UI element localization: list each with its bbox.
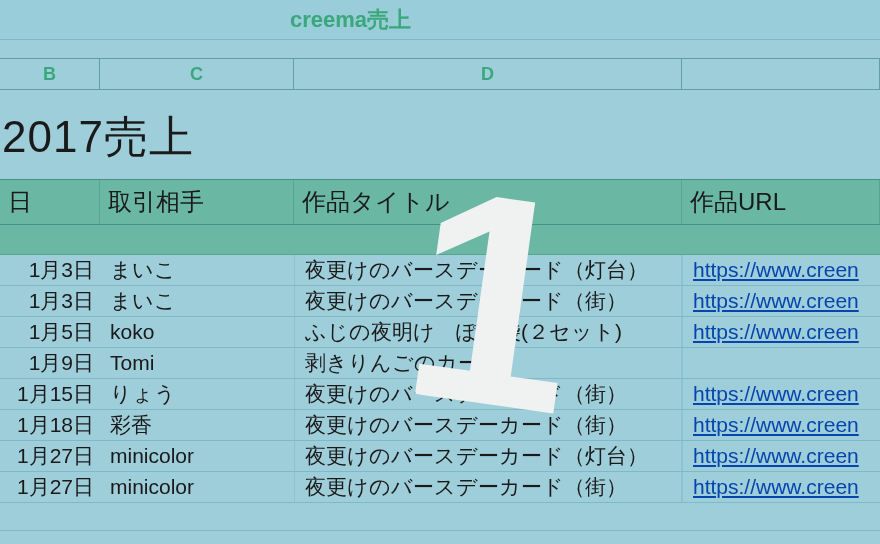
cell-partner[interactable]: minicolor [100, 441, 294, 471]
cell-url[interactable]: https://www.creen [682, 255, 880, 285]
cell-url[interactable] [682, 348, 880, 378]
cell-url[interactable]: https://www.creen [682, 317, 880, 347]
column-headers: B C D [0, 58, 880, 90]
sheet-tab-bar: creema売上 [0, 0, 880, 40]
cell-date[interactable]: 1月27日 [0, 441, 100, 471]
cell-date[interactable]: 1月3日 [0, 255, 100, 285]
cell-url[interactable]: https://www.creen [682, 379, 880, 409]
cell-work-title[interactable]: 夜更けのバースデーカード（灯台） [294, 255, 682, 285]
cell-partner[interactable]: Tomi [100, 348, 294, 378]
url-link[interactable]: https://www.creen [693, 289, 859, 312]
column-header-e[interactable] [682, 59, 880, 89]
cell-date[interactable]: 1月9日 [0, 348, 100, 378]
table-row[interactable]: 1月27日minicolor夜更けのバースデーカード（街）https://www… [0, 472, 880, 503]
cell-work-title[interactable]: 夜更けのバースデーカード（灯台） [294, 441, 682, 471]
cell-partner[interactable]: koko [100, 317, 294, 347]
table-row[interactable]: 1月9日Tomi剥きりんごのカード [0, 348, 880, 379]
cell-work-title[interactable]: 夜更けのバースデーカード（街） [294, 286, 682, 316]
url-link[interactable]: https://www.creen [693, 444, 859, 467]
cell-date[interactable]: 1月3日 [0, 286, 100, 316]
cell-work-title[interactable]: 夜更けのバースデーカード（街） [294, 410, 682, 440]
spacer-row [0, 225, 880, 255]
cell-url[interactable]: https://www.creen [682, 472, 880, 502]
header-date[interactable]: 日 [0, 180, 100, 224]
cell-partner[interactable]: まいこ [100, 255, 294, 285]
cell-date[interactable]: 1月5日 [0, 317, 100, 347]
table-header-row: 日 取引相手 作品タイトル 作品URL [0, 179, 880, 225]
url-link[interactable]: https://www.creen [693, 258, 859, 281]
header-partner[interactable]: 取引相手 [100, 180, 294, 224]
cell-work-title[interactable]: 夜更けのバースデーカード（街） [294, 472, 682, 502]
cell-work-title[interactable]: 剥きりんごのカード [294, 348, 682, 378]
table-row[interactable]: 1月18日彩香夜更けのバースデーカード（街）https://www.creen [0, 410, 880, 441]
cell-partner[interactable]: りょう [100, 379, 294, 409]
cell-date[interactable]: 1月18日 [0, 410, 100, 440]
header-work-title[interactable]: 作品タイトル [294, 180, 682, 224]
cell-url[interactable]: https://www.creen [682, 286, 880, 316]
cell-partner[interactable]: minicolor [100, 472, 294, 502]
cell-url[interactable]: https://www.creen [682, 410, 880, 440]
column-header-b[interactable]: B [0, 59, 100, 89]
empty-rows [0, 503, 880, 544]
empty-row[interactable] [0, 503, 880, 531]
table-row[interactable]: 1月27日minicolor夜更けのバースデーカード（灯台）https://ww… [0, 441, 880, 472]
table-row[interactable]: 1月3日まいこ夜更けのバースデーカード（街）https://www.creen [0, 286, 880, 317]
column-header-d[interactable]: D [294, 59, 682, 89]
column-header-c[interactable]: C [100, 59, 294, 89]
cell-partner[interactable]: まいこ [100, 286, 294, 316]
cell-url[interactable]: https://www.creen [682, 441, 880, 471]
table-row[interactable]: 1月3日まいこ夜更けのバースデーカード（灯台）https://www.creen [0, 255, 880, 286]
url-link[interactable]: https://www.creen [693, 382, 859, 405]
cell-partner[interactable]: 彩香 [100, 410, 294, 440]
table-row[interactable]: 1月15日りょう夜更けのバースデーカード（街）https://www.creen [0, 379, 880, 410]
table-row[interactable]: 1月5日kokoふじの夜明け ぽち袋(２セット)https://www.cree… [0, 317, 880, 348]
cell-work-title[interactable]: 夜更けのバースデーカード（街） [294, 379, 682, 409]
url-link[interactable]: https://www.creen [693, 413, 859, 436]
page-title: 2017売上 [2, 112, 194, 161]
empty-row[interactable] [0, 531, 880, 544]
url-link[interactable]: https://www.creen [693, 320, 859, 343]
title-row: 2017売上 [0, 90, 880, 179]
header-url[interactable]: 作品URL [682, 180, 880, 224]
cell-work-title[interactable]: ふじの夜明け ぽち袋(２セット) [294, 317, 682, 347]
cell-date[interactable]: 1月15日 [0, 379, 100, 409]
sheet-tab[interactable]: creema売上 [290, 5, 411, 35]
cell-date[interactable]: 1月27日 [0, 472, 100, 502]
data-rows: 1月3日まいこ夜更けのバースデーカード（灯台）https://www.creen… [0, 255, 880, 503]
url-link[interactable]: https://www.creen [693, 475, 859, 498]
